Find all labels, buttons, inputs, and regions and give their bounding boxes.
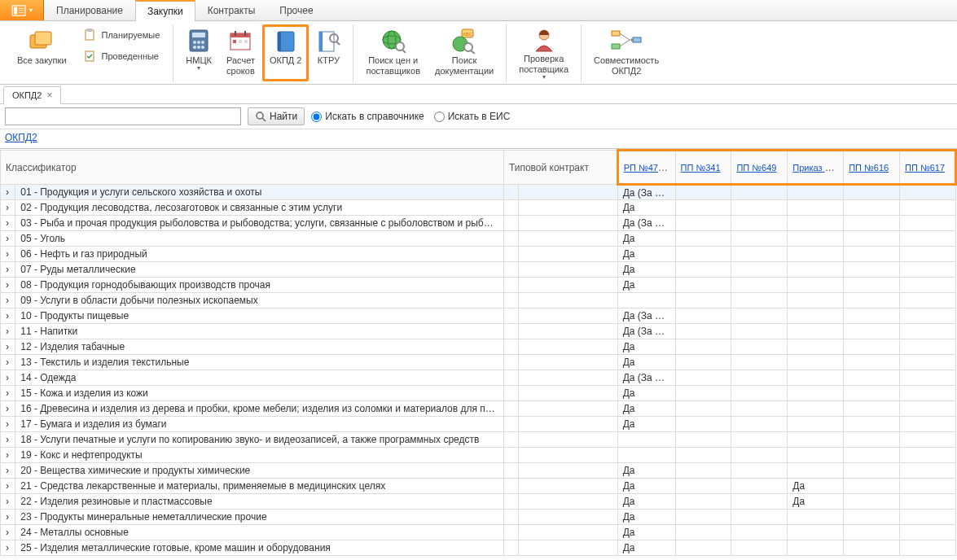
contract-cell (519, 355, 618, 370)
table-row[interactable]: ›18 - Услуги печатные и услуги по копиро… (1, 432, 956, 448)
tab-contracts[interactable]: Контракты (195, 0, 268, 20)
table-row[interactable]: ›22 - Изделия резиновые и пластмассовыеД… (1, 494, 956, 510)
radio-directory[interactable]: Искать в справочнике (311, 111, 424, 122)
table-row[interactable]: ›21 - Средства лекарственные и материалы… (1, 479, 956, 494)
classifier-cell: 22 - Изделия резиновые и пластмассовые (15, 494, 504, 510)
value-cell (788, 370, 844, 386)
supplier-check-button[interactable]: Проверка поставщика ▾ (511, 24, 576, 81)
value-cell: Да (За ис… (617, 324, 675, 339)
expand-icon[interactable]: › (1, 262, 15, 278)
expand-icon[interactable]: › (1, 540, 15, 556)
table-row[interactable]: ›13 - Текстиль и изделия текстильныеДа (1, 355, 956, 370)
table-row[interactable]: ›25 - Изделия металлические готовые, кро… (1, 540, 956, 556)
table-row[interactable]: ›17 - Бумага и изделия из бумагиДа (1, 417, 956, 432)
calculator-icon (187, 27, 210, 55)
radio-input[interactable] (311, 112, 322, 122)
col-label: Классификатор (6, 162, 77, 173)
table-row[interactable]: ›20 - Вещества химические и продукты хим… (1, 463, 956, 479)
doc-search-button[interactable]: ABC Поиск документации (428, 24, 501, 81)
expand-icon[interactable]: › (1, 525, 15, 540)
expand-icon[interactable]: › (1, 293, 15, 308)
table-row[interactable]: ›07 - Руды металлическиеДа (1, 262, 956, 278)
col-pp616[interactable]: ПП №616 (844, 151, 900, 185)
col-rp471[interactable]: РП №471-р (617, 151, 675, 185)
compat-button[interactable]: Совместимость ОКПД2 (586, 24, 666, 81)
col-link[interactable]: РП №471-р (624, 162, 671, 173)
table-row[interactable]: ›02 - Продукция лесоводства, лесозаготов… (1, 200, 956, 216)
expand-icon[interactable]: › (1, 417, 15, 432)
col-link[interactable]: ПП №341 (681, 163, 721, 173)
doctab-okpd2[interactable]: ОКПД2 × (3, 86, 61, 104)
tab-planning[interactable]: Планирование (44, 0, 135, 20)
table-row[interactable]: ›05 - УгольДа (1, 231, 956, 247)
expand-icon[interactable]: › (1, 370, 15, 386)
expand-icon[interactable]: › (1, 355, 15, 370)
expand-icon[interactable]: › (1, 479, 15, 494)
value-cell: Да (788, 479, 844, 494)
expand-icon[interactable]: › (1, 185, 15, 200)
table-row[interactable]: ›24 - Металлы основныеДа (1, 525, 956, 540)
table-row[interactable]: ›09 - Услуги в области добычи полезных и… (1, 293, 956, 308)
tab-other[interactable]: Прочее (267, 0, 325, 20)
col-standard-contract[interactable]: Типовой контракт (503, 151, 617, 185)
expand-icon[interactable]: › (1, 308, 15, 324)
breadcrumb-link[interactable]: ОКПД2 (5, 132, 37, 143)
expand-icon[interactable]: › (1, 494, 15, 510)
expand-icon[interactable]: › (1, 324, 15, 339)
okpd2-button[interactable]: ОКПД 2 (262, 24, 309, 81)
expand-icon[interactable]: › (1, 231, 15, 247)
table-row[interactable]: ›06 - Нефть и газ природныйДа (1, 247, 956, 262)
nmck-button[interactable]: НМЦК ▾ (178, 24, 219, 81)
tab-purchases[interactable]: Закупки (135, 0, 195, 21)
table-row[interactable]: ›14 - ОдеждаДа (За ис… (1, 370, 956, 386)
table-row[interactable]: ›16 - Древесина и изделия из дерева и пр… (1, 401, 956, 417)
value-cell: Да (617, 510, 675, 525)
value-cell: Да (617, 417, 675, 432)
person-icon (532, 27, 556, 53)
table-row[interactable]: ›11 - НапиткиДа (За ис… (1, 324, 956, 339)
radio-eis[interactable]: Искать в ЕИС (434, 111, 511, 122)
svg-line-30 (336, 42, 340, 45)
value-cell (844, 463, 900, 479)
expand-icon[interactable]: › (1, 247, 15, 262)
table-row[interactable]: ›12 - Изделия табачныеДа (1, 339, 956, 355)
expand-icon[interactable]: › (1, 401, 15, 417)
find-button[interactable]: Найти (248, 107, 305, 125)
table-row[interactable]: ›08 - Продукция горнодобывающих производ… (1, 278, 956, 293)
close-icon[interactable]: × (46, 90, 52, 101)
table-row[interactable]: ›19 - Кокс и нефтепродукты (1, 448, 956, 463)
col-link[interactable]: ПП №616 (849, 163, 889, 173)
ktru-button[interactable]: КТРУ (309, 24, 348, 81)
table-row[interactable]: ›01 - Продукция и услуги сельского хозяй… (1, 185, 956, 200)
col-pp617[interactable]: ПП №617 (900, 151, 956, 185)
value-cell (900, 463, 956, 479)
search-input[interactable] (5, 107, 241, 125)
col-pp649[interactable]: ПП №649 (731, 151, 788, 185)
expand-icon[interactable]: › (1, 339, 15, 355)
expand-icon[interactable]: › (1, 200, 15, 216)
expand-icon[interactable]: › (1, 510, 15, 525)
expand-icon[interactable]: › (1, 386, 15, 401)
table-row[interactable]: ›15 - Кожа и изделия из кожиДа (1, 386, 956, 401)
col-link[interactable]: ПП №649 (736, 163, 776, 173)
col-classifier[interactable]: Классификатор (1, 151, 504, 185)
col-link[interactable]: ПП №617 (905, 163, 945, 173)
expand-icon[interactable]: › (1, 278, 15, 293)
expand-icon[interactable]: › (1, 463, 15, 479)
col-pp341[interactable]: ПП №341 (675, 151, 731, 185)
col-link[interactable]: Приказ №126н (792, 162, 843, 173)
conducted-button[interactable]: Проведенные (79, 47, 164, 65)
deadlines-button[interactable]: Расчет сроков (219, 24, 262, 81)
expand-icon[interactable]: › (1, 448, 15, 463)
table-row[interactable]: ›23 - Продукты минеральные неметаллическ… (1, 510, 956, 525)
all-purchases-button[interactable]: Все закупки (10, 24, 74, 81)
col-prikaz126n[interactable]: Приказ №126н (788, 151, 844, 185)
planned-button[interactable]: Планируемые (79, 26, 164, 44)
app-menu-button[interactable]: ▾ (0, 0, 44, 20)
table-row[interactable]: ›03 - Рыба и прочая продукция рыболовств… (1, 216, 956, 231)
price-search-button[interactable]: Поиск цен и поставщиков (358, 24, 428, 81)
table-row[interactable]: ›10 - Продукты пищевыеДа (За ис… (1, 308, 956, 324)
expand-icon[interactable]: › (1, 216, 15, 231)
radio-input[interactable] (434, 112, 445, 122)
expand-icon[interactable]: › (1, 432, 15, 448)
